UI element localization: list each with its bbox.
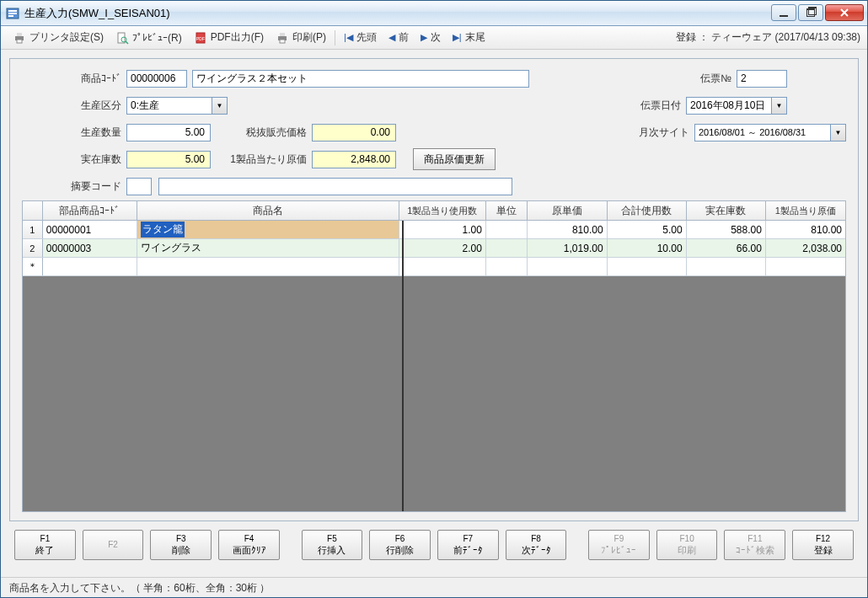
grid-header-cost[interactable]: 1製品当り原価 [766, 201, 845, 220]
cell-unitprice[interactable] [528, 258, 607, 275]
nav-first-button[interactable]: |◀先頭 [339, 28, 382, 47]
printer-settings-label: プリンタ設定(S) [29, 30, 104, 45]
window-title: 生産入力(SMW_I_SEISAN01) [24, 6, 771, 21]
summary-text-input[interactable] [158, 178, 512, 195]
grid-header-use[interactable]: 1製品当り使用数 [399, 201, 486, 220]
fkey-f5[interactable]: F5行挿入 [302, 530, 363, 560]
fkey-f4[interactable]: F4画面ｸﾘｱ [218, 530, 280, 560]
svg-rect-5 [17, 33, 22, 36]
svg-rect-6 [17, 40, 22, 43]
table-row-new[interactable]: ＊ [23, 258, 845, 276]
fkey-f6[interactable]: F6行削除 [369, 530, 431, 560]
cell-code[interactable]: 00000003 [43, 239, 137, 257]
cell-use[interactable] [399, 258, 486, 275]
svg-rect-7 [118, 33, 125, 43]
grid-header-name[interactable]: 商品名 [137, 201, 399, 220]
printer-settings-button[interactable]: プリンタ設定(S) [8, 28, 109, 47]
maximize-button[interactable] [798, 4, 823, 21]
cell-stock[interactable] [687, 258, 766, 275]
slip-date-select[interactable]: 2016年08月10日 ▼ [686, 97, 787, 115]
grid-header-code[interactable]: 部品商品ｺｰﾄﾞ [43, 201, 137, 220]
cell-use[interactable]: 2.00 [399, 239, 486, 257]
fkey-f11: F11ｺｰﾄﾞ検索 [724, 530, 785, 560]
cell-code[interactable]: 00000001 [43, 221, 137, 238]
register-info: 登録 ： ティーウェア (2017/04/13 09:38) [676, 30, 860, 45]
pdf-button[interactable]: PDF PDF出力(F) [189, 28, 269, 47]
cell-name[interactable] [137, 258, 399, 275]
table-row[interactable]: 2 00000003 ワイングラス 2.00 1,019.00 10.00 66… [23, 239, 845, 258]
grid-header-stock[interactable]: 実在庫数 [687, 201, 766, 220]
grid-header-rownum [23, 201, 43, 220]
fkey-f3[interactable]: F3削除 [150, 530, 212, 560]
nav-prev-button[interactable]: ◀前 [383, 28, 414, 47]
update-cost-button[interactable]: 商品原価更新 [413, 148, 496, 170]
printer-icon [13, 31, 26, 45]
cell-totaluse[interactable] [608, 258, 687, 275]
qty-input[interactable] [126, 124, 211, 141]
row-index: 2 [23, 239, 43, 257]
nav-first-label: 先頭 [356, 30, 377, 45]
cell-cost[interactable] [766, 258, 845, 275]
chevron-down-icon[interactable]: ▼ [771, 98, 786, 114]
cell-name[interactable]: ワイングラス [137, 239, 399, 257]
table-row[interactable]: 1 00000001 ラタン籠 1.00 810.00 5.00 588.00 … [23, 221, 845, 239]
fkey-f10: F10印刷 [656, 530, 718, 560]
chevron-down-icon[interactable]: ▼ [830, 125, 845, 141]
cell-unitprice[interactable]: 1,019.00 [528, 239, 607, 257]
cell-unitprice[interactable]: 810.00 [528, 221, 607, 238]
grid-header-unitprice[interactable]: 原単価 [528, 201, 607, 220]
nav-next-button[interactable]: ▶次 [415, 28, 446, 47]
minimize-button[interactable] [771, 4, 796, 21]
cell-unit[interactable] [486, 258, 528, 275]
grid-header-unit[interactable]: 単位 [486, 201, 528, 220]
row-new-mark: ＊ [23, 258, 43, 275]
preview-button[interactable]: ﾌﾟﾚﾋﾞｭｰ(R) [110, 29, 187, 47]
price-input[interactable] [312, 124, 396, 141]
nav-prev-label: 前 [399, 30, 409, 45]
svg-rect-3 [8, 15, 13, 17]
qty-label: 生産数量 [67, 125, 126, 140]
fkey-f7[interactable]: F7前ﾃﾞｰﾀ [437, 530, 499, 560]
cell-totaluse[interactable]: 10.00 [608, 239, 687, 257]
grid-header-totaluse[interactable]: 合計使用数 [608, 201, 687, 220]
cell-unit[interactable] [486, 239, 528, 257]
fkey-f8[interactable]: F8次ﾃﾞｰﾀ [506, 530, 567, 560]
status-bar: 商品名を入力して下さい。（ 半角：60桁、全角：30桁 ） [1, 577, 867, 597]
cell-cost[interactable]: 810.00 [766, 221, 845, 238]
monthly-value: 2016/08/01 ～ 2016/08/31 [695, 126, 830, 139]
cell-stock[interactable]: 66.00 [687, 239, 766, 257]
stock-input[interactable] [126, 151, 211, 168]
stock-label: 実在庫数 [67, 152, 126, 167]
cell-unit[interactable] [486, 221, 528, 238]
cell-name[interactable]: ラタン籠 [137, 221, 399, 238]
close-button[interactable] [825, 4, 864, 21]
fkey-f12[interactable]: F12登録 [792, 530, 854, 560]
monthly-label: 月次サイト [635, 125, 694, 140]
separator [335, 30, 335, 45]
cost-input[interactable] [312, 151, 396, 168]
cell-stock[interactable]: 588.00 [687, 221, 766, 238]
nav-last-button[interactable]: ▶|末尾 [447, 28, 490, 47]
pdf-icon: PDF [194, 31, 207, 45]
preview-label: ﾌﾟﾚﾋﾞｭｰ(R) [132, 32, 182, 44]
cell-code[interactable] [43, 258, 137, 275]
summary-code-input[interactable] [126, 178, 152, 195]
prod-class-select[interactable]: 0:生産 ▼ [126, 97, 228, 115]
monthly-select[interactable]: 2016/08/01 ～ 2016/08/31 ▼ [694, 124, 846, 141]
price-label: 税抜販売価格 [228, 125, 312, 140]
print-button[interactable]: 印刷(P) [271, 28, 331, 47]
slip-no-label: 伝票№ [686, 72, 737, 86]
product-name-input[interactable] [192, 70, 529, 88]
svg-rect-1 [8, 10, 17, 12]
slip-no-input[interactable] [737, 70, 787, 88]
cell-totaluse[interactable]: 5.00 [608, 221, 687, 238]
cell-cost[interactable]: 2,038.00 [766, 239, 845, 257]
nav-next-label: 次 [431, 30, 441, 45]
slip-date-label: 伝票日付 [635, 99, 686, 113]
product-code-label: 商品ｺｰﾄﾞ [67, 72, 126, 86]
fkey-f1[interactable]: F1終了 [14, 530, 76, 560]
chevron-down-icon[interactable]: ▼ [212, 98, 227, 114]
cell-use[interactable]: 1.00 [399, 221, 486, 238]
product-code-input[interactable] [126, 70, 187, 88]
summary-code-label: 摘要コード [67, 179, 126, 194]
